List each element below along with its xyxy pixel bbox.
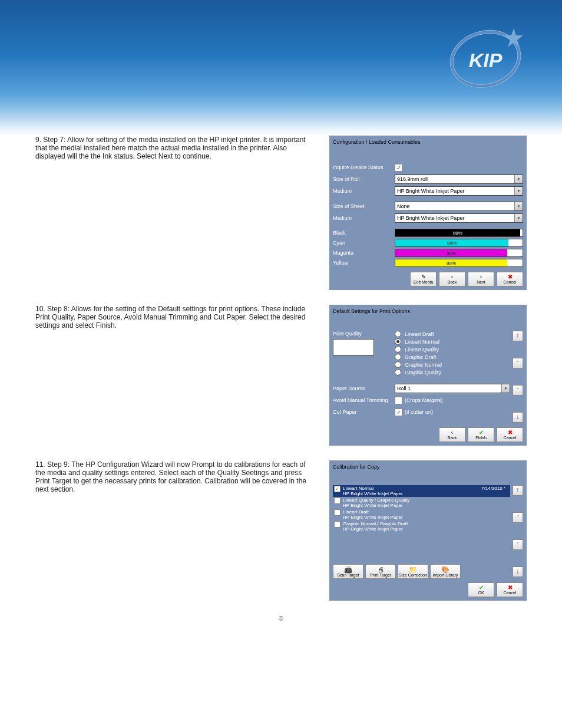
config-consumables-panel: Configuration / Loaded Consumables Inqui… <box>329 136 527 290</box>
calibration-checkbox[interactable] <box>334 509 340 516</box>
finish-button[interactable]: ✔Finish <box>468 427 494 442</box>
scan-target-button[interactable]: 📠Scan Target <box>333 564 363 579</box>
calibration-checkbox[interactable] <box>334 521 340 528</box>
chevron-down-icon[interactable] <box>501 384 510 393</box>
radio-label: Lineart Draft <box>405 331 434 337</box>
import-library-button[interactable]: 🎨Import Library <box>430 564 461 579</box>
chevron-down-icon[interactable] <box>514 175 523 183</box>
radio-icon[interactable] <box>395 346 401 353</box>
back-button[interactable]: ‹Back <box>439 272 465 286</box>
size-roll-select[interactable]: 916.9mm roll <box>395 174 523 184</box>
scroll-down-button[interactable]: ˅ <box>513 385 523 396</box>
radio-icon[interactable] <box>395 361 401 368</box>
calibration-copy-panel: Calibration for Copy Lineart NormalHP Br… <box>329 460 527 601</box>
step-10-text: 10. Step 8: Allows for the setting of th… <box>35 305 329 446</box>
panel2-title: Default Settings for Print Options <box>333 308 523 314</box>
calibration-item[interactable]: Graphic Normal / Graphic DraftHP Bright … <box>333 521 510 532</box>
next-button[interactable]: ›Next <box>468 272 494 286</box>
calibration-checkbox[interactable] <box>334 486 340 492</box>
cal-line1: Graphic Normal / Graphic Draft <box>343 521 408 526</box>
size-sheet-label: Size of Sheet <box>333 203 395 209</box>
ink-bar: 88% <box>395 259 523 267</box>
chevron-down-bar-icon: ⤓ <box>515 569 520 575</box>
scanner-icon: 📠 <box>344 566 352 573</box>
scroll-up-button[interactable]: ˄ <box>513 512 523 523</box>
ink-bar: 98% <box>395 229 523 237</box>
chevron-up-icon: ˄ <box>517 360 520 366</box>
chevron-right-icon: › <box>480 274 482 280</box>
medium1-select[interactable]: HP Bright White Inkjet Paper <box>395 186 523 196</box>
ink-row: Yellow88% <box>333 259 523 267</box>
print-quality-label: Print Quality <box>333 331 395 337</box>
cancel-button[interactable]: ✖Cancel <box>497 427 523 442</box>
edit-icon: ✎ <box>421 274 426 280</box>
avoid-trim-checkbox[interactable] <box>395 397 402 404</box>
calibration-item[interactable]: Lineart NormalHP Bright White Inkjet Pap… <box>333 485 510 497</box>
radio-icon[interactable] <box>395 338 401 345</box>
svg-text:KIP: KIP <box>469 49 503 71</box>
chevron-left-icon: ‹ <box>451 430 453 436</box>
chevron-down-icon: ˅ <box>517 387 520 393</box>
scroll-down-button[interactable]: ˅ <box>513 539 523 550</box>
radio-label: Graphic Normal <box>405 362 442 368</box>
calibration-list[interactable]: Lineart NormalHP Bright White Inkjet Pap… <box>333 485 510 562</box>
quality-radio-row[interactable]: Graphic Normal <box>395 361 510 368</box>
avoid-trim-label: Avoid Manual Trimming <box>333 397 395 403</box>
ink-bar: 88% <box>395 249 523 257</box>
calibration-item[interactable]: Lineart Quality / Graphic QualityHP Brig… <box>333 497 510 509</box>
medium2-select[interactable]: HP Bright White Inkjet Paper <box>395 213 523 223</box>
panel1-title: Configuration / Loaded Consumables <box>333 139 523 145</box>
step-11-text: 11. Step 9: The HP Configuration Wizard … <box>35 460 329 601</box>
folder-icon: 📁 <box>409 566 417 573</box>
print-target-button[interactable]: 🖨Print Target <box>365 564 396 579</box>
quality-radio-row[interactable]: Graphic Draft <box>395 354 510 360</box>
ink-label: Cyan <box>333 240 395 246</box>
back-button[interactable]: ‹Back <box>439 427 465 442</box>
radio-label: Lineart Quality <box>405 347 439 353</box>
cal-line2: HP Bright White Inkjet Paper <box>343 503 409 508</box>
scroll-bottom-button[interactable]: ⤓ <box>513 566 523 577</box>
paper-source-label: Paper Source <box>333 386 395 391</box>
avoid-trim-note: (Crops Margins) <box>405 397 443 403</box>
kip-logo: KIP <box>444 18 527 94</box>
cancel-button[interactable]: ✖Cancel <box>497 582 523 597</box>
chevron-down-icon[interactable] <box>514 214 523 222</box>
quality-radio-row[interactable]: Lineart Draft <box>395 331 510 337</box>
chevron-up-bar-icon: ⤒ <box>515 333 520 339</box>
preview-thumbnail <box>333 339 374 355</box>
scroll-top-button[interactable]: ⤒ <box>513 485 523 496</box>
default-print-options-panel: Default Settings for Print Options Print… <box>329 305 527 446</box>
chevron-down-icon[interactable] <box>514 187 523 195</box>
cancel-icon: ✖ <box>508 274 513 280</box>
ink-row: Cyan89% <box>333 239 523 247</box>
scroll-bottom-button[interactable]: ⤓ <box>513 412 523 423</box>
edit-media-button[interactable]: ✎Edit Media <box>410 272 437 286</box>
size-sheet-select[interactable]: None <box>395 202 523 211</box>
radio-label: Lineart Normal <box>405 339 439 345</box>
palette-icon: 🎨 <box>441 566 449 573</box>
cancel-button[interactable]: ✖Cancel <box>497 272 523 286</box>
check-icon: ✔ <box>479 430 484 436</box>
quality-radio-row[interactable]: Lineart Quality <box>395 346 510 353</box>
radio-label: Graphic Draft <box>405 354 437 360</box>
inquire-checkbox[interactable] <box>395 164 402 172</box>
quality-radio-row[interactable]: Lineart Normal <box>395 338 510 345</box>
radio-icon[interactable] <box>395 331 401 337</box>
quality-radio-row[interactable]: Graphic Quality <box>395 369 510 375</box>
calibration-item[interactable]: Lineart DraftHP Bright White Inkjet Pape… <box>333 509 510 521</box>
size-correction-button[interactable]: 📁Size Correction <box>398 564 428 579</box>
size-roll-label: Size of Roll <box>333 176 395 182</box>
chevron-down-icon: ˅ <box>517 542 520 548</box>
scroll-top-button[interactable]: ⤒ <box>513 331 523 341</box>
radio-icon[interactable] <box>395 354 401 360</box>
cut-paper-checkbox[interactable] <box>395 409 402 416</box>
radio-icon[interactable] <box>395 369 401 375</box>
cancel-icon: ✖ <box>508 430 513 436</box>
chevron-down-icon[interactable] <box>514 202 523 210</box>
scroll-up-button[interactable]: ˄ <box>513 358 523 368</box>
ok-button[interactable]: ✔OK <box>468 582 494 597</box>
cut-paper-note: (if cutter on) <box>405 409 433 415</box>
paper-source-select[interactable]: Roll 1 <box>395 384 510 393</box>
calibration-checkbox[interactable] <box>334 498 340 504</box>
footer-copyright: © <box>35 615 527 622</box>
